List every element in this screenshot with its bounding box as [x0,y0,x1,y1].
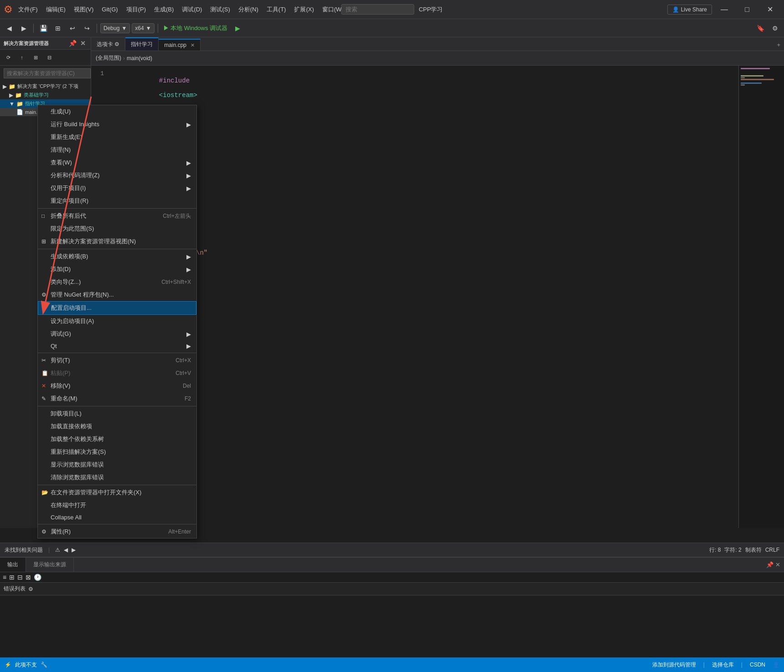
ctx-retarget[interactable]: 重定向项目(R) [38,195,196,207]
menu-file[interactable]: 文件(F) [15,4,41,15]
ctx-properties-label: 属性(R) [51,528,71,536]
solution-panel-header: 解决方案资源管理器 📌 ✕ [0,37,91,50]
tab-main-cpp[interactable]: main.cpp ✕ [159,39,201,51]
ctx-build-insights[interactable]: 运行 Build Insights ▶ [38,118,196,131]
close-output-button[interactable]: ✕ [775,561,780,568]
ctx-configure-startup[interactable]: ⚙ 配置启动项目... [38,301,196,315]
show-all-button[interactable]: ⊞ [29,51,42,64]
error-filter-icon[interactable]: ⚠ [55,547,60,553]
ctx-new-view[interactable]: ⊞ 新建解决方案资源管理器视图(N) [38,235,196,248]
status-icon-1[interactable]: ⚡ [5,662,11,668]
user-account-button[interactable]: CSDN [748,662,767,668]
run-button[interactable]: ▶ 本地 Windows 调试器 [161,24,230,32]
output-tab-main[interactable]: 输出 [0,558,26,572]
sync-button[interactable]: ⟳ [2,51,15,64]
settings-button[interactable]: ⚙ [769,22,781,35]
ctx-open-terminal[interactable]: 在终端中打开 [38,499,196,512]
menu-project[interactable]: 项目(P) [123,4,150,15]
ctx-open-folder[interactable]: 📂 在文件资源管理器中打开文件夹(X) [38,486,196,499]
ctx-class-wizard[interactable]: 类向导(Z...) Ctrl+Shift+X [38,276,196,288]
ctx-qt[interactable]: Qt ▶ [38,340,196,352]
ctx-debug-menu[interactable]: 调试(G) ▶ [38,328,196,340]
output-icon-3[interactable]: ⊟ [17,574,23,581]
ctx-add[interactable]: 添加(D) ▶ [38,263,196,276]
extra-run-button[interactable]: ▶ [231,22,244,35]
platform-dropdown[interactable]: x64 ▼ [132,23,154,33]
add-tab-button[interactable]: + [773,39,784,51]
menu-view[interactable]: 视图(V) [70,4,97,15]
close-panel-button[interactable]: ✕ [79,40,87,47]
live-share-button[interactable]: 👤 Live Share [667,5,712,15]
tab-pointer-learning[interactable]: 指针学习 [125,37,159,51]
ctx-view[interactable]: 查看(W) ▶ [38,156,196,169]
error-list-tab[interactable]: 错误列表 [4,585,26,593]
output-source-selector[interactable]: 显示输出来源 [26,558,74,572]
solution-root-item[interactable]: ▶ 📁 解决方案 'CPP学习' (2 下项 [0,82,91,91]
prev-error-button[interactable]: ◀ [64,547,68,553]
ctx-scope[interactable]: 限定为此范围(S) [38,222,196,235]
remove-icon: ✕ [41,383,46,389]
save-all-button[interactable]: ⊞ [52,22,64,35]
ctx-properties[interactable]: ⚙ 属性(R) Alt+Enter [38,525,196,538]
ctx-unload[interactable]: 卸载项目(L) [38,407,196,420]
maximize-button[interactable]: □ [737,0,758,19]
menu-tools[interactable]: 工具(T) [263,4,290,15]
tab-selector[interactable]: 选项卡 ⚙ [91,38,125,51]
menu-analyze[interactable]: 分析(N) [235,4,262,15]
ctx-clean[interactable]: 清理(N) [38,144,196,156]
output-icon-1[interactable]: ≡ [3,574,6,581]
ctx-set-startup[interactable]: 设为启动项目(A) [38,315,196,328]
debug-config-dropdown[interactable]: Debug ▼ [100,23,130,33]
select-repo-button[interactable]: 选择仓库 [710,661,736,669]
forward-button[interactable]: ▶ [17,22,30,35]
pin-output-button[interactable]: 📌 [766,561,774,568]
undo-button[interactable]: ↩ [66,22,79,35]
search-input[interactable] [341,4,414,15]
close-button[interactable]: ✕ [759,0,780,19]
ctx-clear-db-errors[interactable]: 清除浏览数据库错误 [38,471,196,484]
output-icon-4[interactable]: ⊠ [26,574,31,581]
ctx-rescan[interactable]: 重新扫描解决方案(S) [38,446,196,458]
back-button[interactable]: ◀ [3,22,15,35]
pin-button[interactable]: 📌 [67,40,78,47]
ctx-rebuild[interactable]: 重新生成(E) [38,131,196,144]
close-tab-icon[interactable]: ✕ [191,42,195,48]
ctx-load-direct[interactable]: 加载直接依赖项 [38,420,196,433]
menu-git[interactable]: Git(G) [98,4,121,15]
ctx-collapse[interactable]: □ 折叠所有后代 Ctrl+左箭头 [38,210,196,222]
ctx-collapse-all[interactable]: Collapse All [38,512,196,523]
add-to-source-button[interactable]: 添加到源代码管理 [650,661,698,669]
collapse-all-panel-button[interactable]: ↑ [15,51,28,64]
menu-edit[interactable]: 编辑(E) [42,4,69,15]
ctx-rename[interactable]: ✎ 重命名(M) F2 [38,392,196,405]
ctx-load-tree[interactable]: 加载整个依赖关系树 [38,433,196,446]
menu-build[interactable]: 生成(B) [150,4,177,15]
ctx-cut[interactable]: ✂ 剪切(T) Ctrl+X [38,354,196,367]
output-icon-2[interactable]: ⊞ [9,574,15,581]
ctx-collapse-all-label: Collapse All [51,514,82,521]
ctx-build[interactable]: 生成(U) [38,105,196,118]
ctx-show-db-errors[interactable]: 显示浏览数据库错误 [38,458,196,471]
right-panel [738,66,784,528]
ctx-project-only[interactable]: 仅用于项目(I) ▶ [38,182,196,195]
minimap-line-5 [741,75,763,77]
ctx-analyze[interactable]: 分析和代码清理(Z) ▶ [38,169,196,182]
breadcrumb-scope[interactable]: (全局范围) [96,54,121,62]
minimize-button[interactable]: — [714,0,735,19]
save-button[interactable]: 💾 [37,22,50,35]
ctx-nuget[interactable]: ⚙ 管理 NuGet 程序包(N)... [38,288,196,301]
ctx-build-deps[interactable]: 生成依赖项(B) ▶ [38,250,196,263]
ctx-remove[interactable]: ✕ 移除(V) Del [38,380,196,392]
bookmark-button[interactable]: 🔖 [754,22,767,35]
menu-debug[interactable]: 调试(D) [178,4,206,15]
solution-item-basics[interactable]: ▶ 📁 类基础学习 [0,91,91,99]
solution-search-input[interactable] [4,68,91,78]
menu-test[interactable]: 测试(S) [206,4,233,15]
next-error-button[interactable]: ▶ [72,547,76,553]
redo-button[interactable]: ↪ [81,22,93,35]
filter-panel-button[interactable]: ⊟ [43,51,56,64]
output-icon-5[interactable]: 🕐 [34,574,41,581]
breadcrumb-function[interactable]: main(void) [127,55,152,62]
status-settings-icon[interactable]: 🔧 [41,662,47,668]
menu-extensions[interactable]: 扩展(X) [290,4,317,15]
